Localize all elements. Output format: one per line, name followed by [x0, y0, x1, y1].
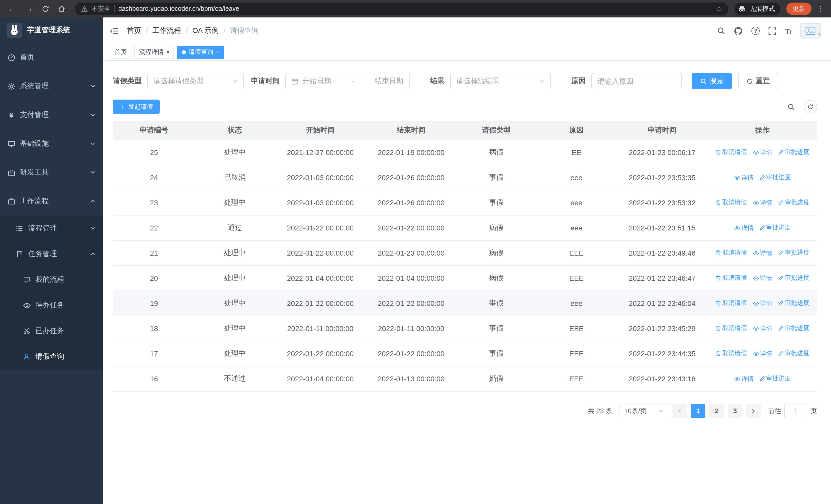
create-leave-button[interactable]: ＋ 发起请假	[113, 99, 160, 114]
url-bar[interactable]: 不安全 dashboard.yudao.iocoder.cn/bpm/oa/le…	[75, 2, 728, 15]
cancel-leave-link[interactable]: 取消请假	[716, 148, 747, 156]
cell-operations: 详情 审批进度	[708, 366, 817, 391]
table-row: 22 通过 2022-01-22 00:00:00 2022-01-22 00:…	[113, 215, 817, 240]
leave-type-select[interactable]: 请选择请假类型	[147, 73, 244, 89]
goto-page-input[interactable]	[784, 404, 807, 418]
next-page-button[interactable]	[746, 404, 761, 418]
search-icon[interactable]	[717, 27, 725, 35]
sidebar-item-infrastructure[interactable]: 基础设施	[0, 129, 103, 158]
cancel-leave-label: 取消请假	[722, 248, 747, 257]
sidebar-item-payment[interactable]: ¥ 支付管理	[0, 100, 103, 129]
sidebar-item-todo-tasks[interactable]: 待办任务	[0, 293, 103, 318]
edit-icon	[760, 174, 765, 180]
browser-update-button[interactable]: 更新	[786, 3, 811, 15]
audit-progress-link[interactable]: 审批进度	[778, 198, 809, 207]
table-row: 16 不通过 2022-01-04 00:00:00 2022-01-13 00…	[113, 366, 817, 391]
details-link[interactable]: 详情	[753, 249, 772, 257]
toggle-search-icon[interactable]	[784, 100, 798, 113]
details-link[interactable]: 详情	[734, 224, 754, 232]
cancel-leave-label: 取消请假	[722, 349, 747, 357]
sidebar-item-my-process[interactable]: 我的流程	[0, 267, 103, 293]
audit-progress-link[interactable]: 审批进度	[778, 148, 809, 156]
audit-progress-link[interactable]: 审批进度	[778, 349, 809, 357]
close-icon[interactable]: ×	[166, 49, 170, 55]
details-link[interactable]: 详情	[753, 349, 772, 358]
user-menu-caret-icon[interactable]: ▼	[816, 31, 822, 38]
sidebar-collapse-icon[interactable]	[110, 27, 119, 35]
sidebar-item-process-mgmt[interactable]: 流程管理	[0, 215, 103, 241]
details-link[interactable]: 详情	[753, 324, 772, 333]
help-icon[interactable]: ?	[752, 27, 760, 35]
bookmark-star-icon[interactable]: ☆	[716, 5, 722, 13]
edit-icon	[778, 350, 784, 356]
chevron-down-icon	[232, 78, 238, 84]
page-size-select[interactable]: 10条/页	[620, 404, 668, 418]
sidebar-item-leave-query[interactable]: 请假查询	[0, 344, 103, 369]
sidebar-item-workflow[interactable]: 工作流程	[0, 187, 103, 215]
result-select[interactable]: 请选择流结果	[450, 73, 551, 89]
cancel-leave-link[interactable]: 取消请假	[716, 324, 747, 332]
reload-icon[interactable]	[38, 2, 52, 16]
browser-menu-icon[interactable]: ⋮	[815, 4, 826, 13]
apply-time-range-picker[interactable]: 开始日期 - 结束日期	[285, 73, 409, 89]
cell-id: 19	[113, 291, 195, 316]
home-icon[interactable]	[54, 2, 69, 16]
forward-icon[interactable]: →	[22, 2, 36, 16]
cancel-leave-link[interactable]: 取消请假	[716, 248, 747, 257]
table-tools	[784, 100, 817, 113]
cell-apply-time: 2022-01-22 23:53:32	[617, 190, 708, 215]
sidebar-item-system[interactable]: 系统管理	[0, 72, 103, 100]
cancel-leave-link[interactable]: 取消请假	[716, 349, 747, 357]
font-size-icon[interactable]: TT	[785, 26, 792, 35]
breadcrumb-workflow[interactable]: 工作流程	[152, 26, 181, 35]
fullscreen-icon[interactable]	[769, 27, 776, 35]
sidebar-item-done-tasks[interactable]: 已办任务	[0, 318, 103, 344]
cancel-leave-link[interactable]: 取消请假	[716, 273, 747, 282]
tab-leave-query[interactable]: 请假查询 ×	[177, 46, 224, 59]
incognito-label: 无痕模式	[749, 4, 775, 13]
tab-home[interactable]: 首页	[110, 46, 132, 59]
details-link[interactable]: 详情	[734, 173, 754, 182]
goto-unit: 页	[810, 406, 817, 415]
refresh-table-icon[interactable]	[804, 100, 817, 113]
details-link[interactable]: 详情	[753, 299, 772, 308]
details-link[interactable]: 详情	[753, 198, 772, 207]
github-icon[interactable]	[734, 26, 743, 35]
close-icon[interactable]: ×	[216, 49, 219, 55]
cancel-leave-link[interactable]: 取消请假	[716, 298, 747, 307]
cell-id: 25	[113, 140, 195, 165]
audit-progress-link[interactable]: 审批进度	[778, 248, 809, 257]
audit-progress-link[interactable]: 审批进度	[778, 273, 809, 282]
edit-icon	[778, 250, 784, 255]
audit-progress-link[interactable]: 审批进度	[778, 324, 809, 332]
details-link[interactable]: 详情	[734, 375, 754, 383]
prev-page-button[interactable]	[672, 404, 687, 418]
sidebar-item-devtools[interactable]: 研发工具	[0, 158, 103, 187]
details-link[interactable]: 详情	[753, 148, 772, 157]
tab-process-detail[interactable]: 流程详情 ×	[135, 46, 174, 59]
details-label: 详情	[741, 375, 754, 383]
app-logo-row[interactable]: 芋道管理系统	[0, 18, 103, 43]
reason-input[interactable]	[598, 77, 676, 85]
edit-icon	[778, 199, 784, 205]
sidebar-item-home[interactable]: 首页	[0, 43, 103, 72]
page-button-1[interactable]: 1	[691, 404, 705, 418]
details-link[interactable]: 详情	[753, 274, 772, 283]
cancel-leave-link[interactable]: 取消请假	[716, 198, 747, 207]
audit-progress-link[interactable]: 审批进度	[760, 374, 791, 383]
reset-button[interactable]: 重置	[738, 73, 778, 89]
sidebar-item-task-mgmt[interactable]: 任务管理	[0, 241, 103, 267]
page-button-2[interactable]: 2	[709, 404, 724, 418]
breadcrumb-home[interactable]: 首页	[127, 26, 141, 35]
audit-progress-link[interactable]: 审批进度	[760, 223, 791, 232]
back-icon[interactable]: ←	[5, 2, 20, 16]
audit-progress-link[interactable]: 审批进度	[778, 298, 809, 307]
search-button[interactable]: 搜索	[692, 73, 732, 89]
cell-apply-time: 2022-01-22 23:46:47	[617, 265, 708, 291]
page-button-3[interactable]: 3	[728, 404, 742, 418]
audit-progress-link[interactable]: 审批进度	[760, 173, 791, 181]
url-text[interactable]: dashboard.yudao.iocoder.cn/bpm/oa/leave	[118, 5, 712, 12]
cell-status: 处理中	[195, 341, 275, 366]
sidebar-item-label: 待办任务	[35, 301, 64, 310]
breadcrumb-oa-example[interactable]: OA 示例	[193, 26, 219, 35]
